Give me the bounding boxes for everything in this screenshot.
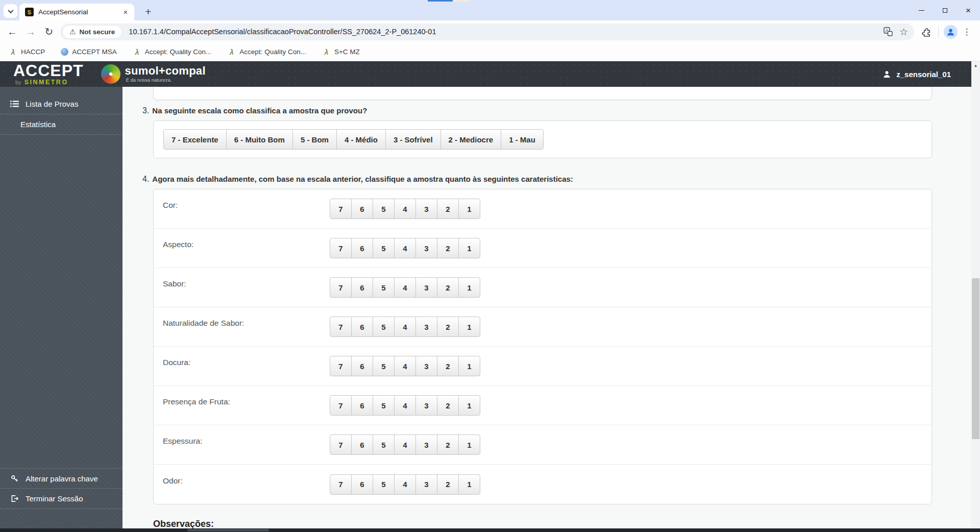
bookmark-item[interactable]: λHACCP [9, 47, 45, 56]
rating-button[interactable]: 5 [373, 199, 395, 219]
tab-close-icon[interactable]: × [121, 8, 130, 17]
rating-button[interactable]: 4 [394, 199, 416, 219]
scroll-up-arrow-icon[interactable]: ▲ [971, 61, 980, 70]
scale-option-button[interactable]: 6 - Muito Bom [226, 129, 293, 150]
bookmark-item[interactable]: λAccept: Quality Con... [133, 47, 212, 56]
bookmark-item[interactable]: λS+C MZ [322, 47, 360, 56]
rating-button[interactable]: 7 [330, 238, 352, 258]
rating-button[interactable]: 5 [373, 317, 395, 337]
horizontal-scrollbar[interactable] [0, 528, 980, 532]
rating-button[interactable]: 2 [437, 199, 459, 219]
rating-button[interactable]: 4 [394, 356, 416, 376]
rating-button[interactable]: 1 [458, 199, 480, 219]
rating-button[interactable]: 7 [330, 356, 352, 376]
rating-button[interactable]: 2 [437, 474, 459, 495]
rating-button[interactable]: 7 [330, 434, 352, 455]
profile-avatar[interactable] [942, 23, 959, 40]
sidebar-item-label: Alterar palavra chave [26, 474, 98, 483]
sidebar-item-terminar-sessao[interactable]: Terminar Sessão [0, 489, 122, 509]
window-minimize-button[interactable] [910, 0, 933, 20]
rating-button[interactable]: 1 [458, 317, 480, 337]
rating-button[interactable]: 6 [351, 277, 373, 298]
rating-button[interactable]: 4 [394, 277, 416, 298]
rating-button[interactable]: 3 [415, 474, 437, 495]
rating-button[interactable]: 3 [415, 395, 437, 416]
rating-button[interactable]: 6 [351, 356, 373, 376]
user-menu[interactable]: z_sensorial_01 [882, 70, 951, 79]
bookmark-item[interactable]: ACCEPT MSA [61, 48, 117, 56]
new-tab-button[interactable]: + [141, 5, 155, 18]
rating-button[interactable]: 7 [330, 395, 352, 416]
rating-button[interactable]: 3 [415, 277, 437, 298]
address-bar[interactable]: ⚠ Not secure 10.167.1.4/CompalAcceptSens… [60, 23, 914, 40]
scale-option-button[interactable]: 5 - Bom [292, 129, 337, 150]
rating-button[interactable]: 2 [437, 317, 459, 337]
sidebar-item-alterar-palavra-chave[interactable]: Alterar palavra chave [0, 468, 122, 489]
extensions-icon[interactable] [918, 23, 935, 40]
rating-button[interactable]: 1 [458, 356, 480, 376]
rating-button[interactable]: 3 [415, 199, 437, 219]
rating-button[interactable]: 6 [351, 395, 373, 416]
rating-button[interactable]: 4 [394, 317, 416, 337]
bookmark-item[interactable]: λAccept: Quality Con... [227, 47, 306, 56]
sidebar-item-estatistica[interactable]: Estatística [0, 114, 122, 135]
rating-button[interactable]: 5 [373, 277, 395, 298]
rating-button[interactable]: 3 [415, 356, 437, 376]
back-button[interactable]: ← [3, 22, 21, 41]
browser-tab[interactable]: S AcceptSensorial × [19, 4, 134, 20]
rating-button[interactable]: 4 [394, 395, 416, 416]
scale-option-button[interactable]: 1 - Mau [501, 129, 544, 150]
reload-button[interactable]: ↻ [40, 22, 58, 41]
rating-button[interactable]: 1 [458, 474, 480, 495]
rating-button[interactable]: 6 [351, 238, 373, 258]
rating-button[interactable]: 4 [394, 238, 416, 258]
rating-button[interactable]: 2 [437, 356, 459, 376]
characteristic-row: Naturalidade de Sabor:7654321 [154, 307, 932, 347]
browser-menu-icon[interactable]: ⋮ [959, 23, 975, 40]
forward-button[interactable]: → [21, 22, 40, 41]
security-chip[interactable]: ⚠ Not secure [62, 25, 122, 39]
bookmark-star-icon[interactable]: ☆ [899, 26, 908, 38]
rating-button[interactable]: 1 [458, 434, 480, 455]
rating-button[interactable]: 5 [373, 238, 395, 258]
rating-button[interactable]: 2 [437, 434, 459, 455]
scale-option-button[interactable]: 4 - Médio [336, 129, 386, 150]
rating-button[interactable]: 7 [330, 199, 352, 219]
rating-button[interactable]: 4 [394, 434, 416, 455]
window-restore-button[interactable] [933, 0, 957, 20]
rating-button[interactable]: 5 [373, 356, 395, 376]
rating-button[interactable]: 4 [394, 474, 416, 495]
rating-button[interactable]: 6 [351, 317, 373, 337]
rating-button[interactable]: 2 [437, 395, 459, 416]
rating-button[interactable]: 7 [330, 317, 352, 337]
tab-search-button[interactable] [4, 4, 17, 18]
rating-button[interactable]: 7 [330, 474, 352, 495]
rating-button[interactable]: 3 [415, 238, 437, 258]
rating-button[interactable]: 2 [437, 277, 459, 298]
rating-button[interactable]: 2 [437, 238, 459, 258]
window-close-button[interactable]: × [957, 0, 980, 20]
scale-option-button[interactable]: 2 - Mediocre [440, 129, 502, 150]
rating-button[interactable]: 6 [351, 199, 373, 219]
rating-button[interactable]: 5 [373, 474, 395, 495]
vertical-scrollbar[interactable]: ▲ [971, 61, 980, 532]
rating-button[interactable]: 6 [351, 434, 373, 455]
rating-button[interactable]: 5 [373, 434, 395, 455]
rating-button[interactable]: 3 [415, 317, 437, 337]
horizontal-scrollbar-thumb[interactable] [187, 529, 269, 531]
sidebar-item-lista-de-provas[interactable]: Lista de Provas [0, 94, 122, 114]
characteristic-row: Presença de Fruta:7654321 [154, 386, 932, 425]
rating-button[interactable]: 5 [373, 395, 395, 416]
rating-button[interactable]: 3 [415, 434, 437, 455]
scale-option-button[interactable]: 7 - Excelente [163, 129, 227, 150]
rating-button[interactable]: 7 [330, 277, 352, 298]
vertical-scrollbar-thumb[interactable] [972, 278, 979, 439]
url-text[interactable]: 10.167.1.4/CompalAcceptSensorial/classif… [129, 28, 877, 36]
rating-button[interactable]: 1 [458, 277, 480, 298]
rating-button[interactable]: 6 [351, 474, 373, 495]
translate-icon[interactable]: A [884, 27, 893, 36]
username: z_sensorial_01 [896, 70, 951, 79]
rating-button[interactable]: 1 [458, 238, 480, 258]
rating-button[interactable]: 1 [458, 395, 480, 416]
scale-option-button[interactable]: 3 - Sofrível [385, 129, 441, 150]
